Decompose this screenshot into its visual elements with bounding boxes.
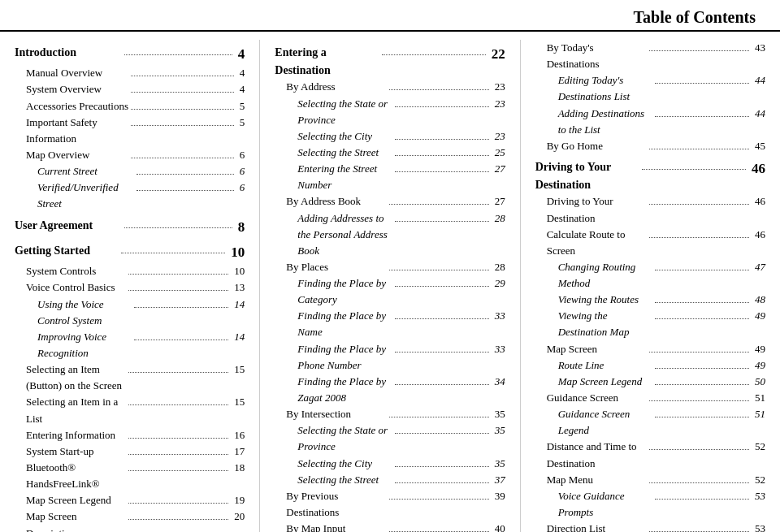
toc-column-2: Entering a Destination 22By Address 23Se… (260, 40, 520, 532)
toc-entry-label: Selecting the City (297, 456, 392, 472)
toc-dots (389, 193, 489, 205)
toc-dots (395, 161, 489, 172)
toc-entry-label: Entering the Street Number (297, 161, 392, 193)
toc-pagenum: 40 (495, 521, 505, 532)
toc-entry: Using the Voice Control System 14 (15, 296, 245, 329)
toc-entry: Direction List 53 (535, 521, 765, 532)
toc-pagenum: 4 (240, 65, 245, 81)
toc-entry: Viewing the Destination Map 49 (535, 308, 765, 340)
toc-entry-label: By Address Book (286, 193, 386, 210)
toc-entry: Selecting an Item (Button) on the Screen… (15, 361, 245, 394)
toc-dots (124, 44, 232, 55)
toc-entry: Entering Information 16 (15, 427, 245, 443)
toc-entry-label: Viewing the Routes (558, 292, 652, 308)
toc-pagenum: 34 (495, 374, 505, 406)
toc-pagenum: 14 (234, 329, 245, 361)
toc-pagenum: 14 (234, 296, 245, 329)
toc-dots (395, 210, 489, 222)
toc-pagenum: 46 (755, 227, 765, 259)
toc-dots (128, 460, 228, 471)
toc-entry: Voice Control Basics13 (15, 279, 245, 296)
toc-entry-label: Selecting an Item (Button) on the Screen (26, 361, 126, 394)
toc-pagenum: 20 (234, 508, 245, 532)
toc-pagenum: 23 (495, 96, 505, 128)
toc-section-header: User Agreement 8 (15, 217, 245, 238)
toc-dots (128, 361, 228, 373)
toc-entry: Guidance Screen 51 (535, 390, 765, 406)
toc-pagenum: 28 (495, 259, 505, 275)
toc-entry-label: Current Street (37, 163, 134, 179)
toc-pagenum: 17 (234, 443, 245, 460)
toc-dots (655, 106, 749, 117)
toc-entry-label: Bluetooth® HandsFreeLink® (26, 460, 126, 492)
toc-pagenum: 27 (495, 193, 505, 210)
toc-entry-label: System Controls (26, 263, 126, 279)
toc-entry-label: Adding Destinations to the List (558, 106, 652, 138)
toc-entry: Voice Guidance Prompts 53 (535, 488, 765, 521)
toc-entry-label: Selecting the Street (297, 145, 392, 161)
toc-entry: System Controls 10 (15, 263, 245, 279)
toc-dots (649, 439, 749, 450)
toc-entry-label: Map Screen (547, 341, 647, 357)
toc-section-header-label: Driving to Your Destination (535, 158, 639, 193)
toc-dots (389, 406, 489, 417)
toc-entry-label: Finding the Place by Zagat 2008 (297, 374, 392, 406)
toc-dots (131, 81, 233, 93)
toc-pagenum: 35 (495, 406, 505, 422)
toc-pagenum: 35 (495, 422, 505, 455)
toc-dots (649, 341, 749, 353)
toc-dots (395, 374, 489, 385)
toc-pagenum: 15 (234, 394, 245, 426)
toc-pagenum: 25 (495, 145, 505, 161)
toc-entry-label: Map Screen Legend (26, 492, 126, 508)
toc-section-header: Introduction 4 (15, 44, 245, 65)
toc-pagenum: 50 (755, 374, 765, 390)
toc-entry-label: Map Screen Description (26, 508, 126, 532)
toc-dots (655, 259, 749, 270)
toc-pagenum: 49 (755, 341, 765, 357)
toc-entry: Verified/Unverified Street6 (15, 179, 245, 212)
toc-entry-label: Finding the Place by Name (297, 308, 392, 340)
toc-dots (134, 329, 228, 340)
toc-pagenum: 45 (755, 138, 765, 154)
toc-entry: Calculate Route to Screen46 (535, 227, 765, 259)
toc-entry-label: Selecting the State or Province (297, 422, 392, 455)
toc-entry: Current Street 6 (15, 163, 245, 179)
toc-entry: By Today's Destinations43 (535, 40, 765, 72)
toc-dots (395, 308, 489, 319)
toc-pagenum: 29 (495, 275, 505, 308)
toc-dots (128, 508, 228, 520)
toc-dots (136, 163, 233, 175)
toc-dots (382, 44, 486, 55)
toc-entry: By Address Book27 (275, 193, 505, 210)
toc-pagenum: 53 (755, 521, 765, 532)
toc-pagenum: 46 (755, 193, 765, 226)
toc-entry: Selecting the Street 25 (275, 145, 505, 161)
toc-dots (655, 357, 749, 369)
toc-dots (134, 296, 228, 308)
toc-entry: System Overview 4 (15, 81, 245, 97)
toc-section-header-label: Entering a Destination (275, 44, 379, 79)
toc-entry: Selecting the State or Province23 (275, 96, 505, 128)
toc-entry-label: Important Safety Information (26, 115, 128, 147)
toc-pagenum: 47 (755, 259, 765, 292)
toc-entry-label: Selecting the City (297, 128, 392, 145)
toc-entry-label: Calculate Route to Screen (547, 227, 647, 259)
toc-entry-label: Entering Information (26, 427, 126, 443)
toc-entry-label: Direction List (547, 521, 647, 532)
toc-entry-label: Manual Overview (26, 65, 128, 81)
toc-pagenum: 15 (234, 361, 245, 394)
toc-dots (131, 115, 233, 126)
toc-entry-label: Voice Control Basics (26, 279, 126, 296)
toc-pagenum: 51 (755, 406, 765, 439)
toc-pagenum: 5 (240, 98, 245, 115)
toc-dots (655, 406, 749, 417)
toc-pagenum: 4 (238, 44, 245, 65)
toc-dots (655, 292, 749, 303)
toc-section-header: Driving to Your Destination 46 (535, 158, 765, 193)
toc-entry: Map Screen 49 (535, 341, 765, 357)
toc-dots (395, 128, 489, 140)
toc-entry-label: By Map Input (286, 521, 386, 532)
toc-section-header-label: Getting Started (15, 242, 119, 263)
toc-pagenum: 6 (240, 163, 245, 179)
